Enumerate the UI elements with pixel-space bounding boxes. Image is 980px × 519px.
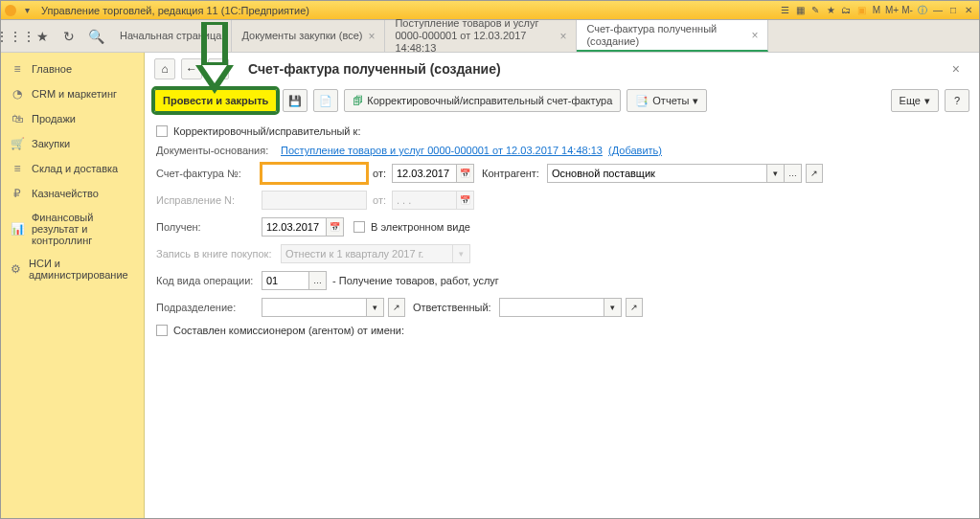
ot-label-2: от: (373, 194, 386, 206)
star-icon[interactable]: ★ (34, 28, 51, 45)
open-icon[interactable]: ↗ (388, 298, 405, 317)
select-icon[interactable]: … (309, 271, 327, 290)
calendar-icon-dim: 📅 (457, 191, 474, 210)
reports-button[interactable]: 📑Отчеты▾ (627, 89, 707, 112)
tabsbar: ⋮⋮⋮ ★ ↻ 🔍 Начальная страница Документы з… (1, 20, 979, 53)
select-icon[interactable]: … (785, 164, 802, 183)
menu-icon: ≡ (11, 62, 24, 76)
save-button[interactable]: 💾 (283, 89, 308, 112)
apps-icon[interactable]: ⋮⋮⋮ (7, 28, 24, 45)
tb-tool-info[interactable]: ⓘ (916, 4, 929, 17)
app-icon (5, 5, 16, 16)
home-button[interactable]: ⌂ (154, 58, 175, 79)
content-header: ⌂ ← → Счет-фактура полученный (создание)… (145, 53, 979, 85)
tab-home[interactable]: Начальная страница (110, 20, 232, 52)
kontragent-input[interactable] (547, 164, 767, 183)
sidebar-label: Продажи (32, 113, 76, 124)
tb-tool-m+[interactable]: M+ (885, 4, 899, 17)
sidebar-label: CRM и маркетинг (32, 88, 117, 100)
forward-button[interactable]: → (208, 58, 229, 79)
help-button[interactable]: ? (945, 89, 969, 112)
correction-button[interactable]: 🗐Корректировочный/исправительный счет-фа… (344, 89, 621, 112)
form: Корректировочный/исправительный к: Докум… (145, 120, 979, 518)
post-and-close-button[interactable]: Провести и закрыть (154, 89, 277, 112)
cart-icon: 🛒 (11, 137, 24, 150)
tb-tool-m-[interactable]: M- (900, 4, 914, 17)
dropdown-icon[interactable]: ▾ (604, 298, 622, 317)
sidebar-item-main[interactable]: ≡Главное (1, 56, 144, 81)
sidebar-item-sales[interactable]: 🛍Продажи (1, 106, 144, 131)
tb-tool-6[interactable]: ▣ (855, 4, 868, 17)
ispr-label: Исправление N: (156, 194, 262, 206)
maximize-button[interactable]: □ (946, 4, 960, 17)
basis-link[interactable]: Поступление товаров и услуг 0000-000001 … (281, 145, 603, 156)
tb-tool-2[interactable]: ▦ (793, 4, 807, 17)
received-date-input[interactable] (262, 217, 327, 237)
dropdown-icon-dim: ▾ (453, 244, 470, 263)
tab-receipt[interactable]: Поступление товаров и услуг 0000-000001 … (385, 20, 577, 52)
chevron-down-icon: ▾ (693, 95, 698, 107)
dropdown-icon[interactable]: ▾ (20, 4, 34, 17)
tab-purchase-docs[interactable]: Документы закупки (все) × (232, 20, 385, 52)
tab-close-icon[interactable]: × (751, 29, 758, 42)
division-input[interactable] (262, 298, 367, 317)
komission-checkbox[interactable] (156, 325, 168, 336)
op-code-input[interactable] (262, 271, 309, 290)
tb-tool-3[interactable]: ✎ (809, 4, 822, 17)
basis-label: Документы-основания: (156, 145, 281, 156)
bag-icon: 🛍 (11, 112, 24, 125)
book-input (281, 244, 453, 263)
sidebar-item-treasury[interactable]: ₽Казначейство (1, 181, 144, 206)
search-icon[interactable]: 🔍 (87, 28, 104, 45)
op-code-label: Код вида операции: (156, 275, 262, 286)
dropdown-icon[interactable]: ▾ (767, 164, 785, 183)
gear-icon: ⚙ (11, 262, 21, 276)
chart-icon: ◔ (11, 87, 24, 101)
page-title: Счет-фактура полученный (создание) (248, 61, 501, 77)
responsible-input[interactable] (499, 298, 604, 317)
open-icon[interactable]: ↗ (806, 164, 823, 183)
tab-close-icon[interactable]: × (559, 30, 566, 43)
ispr-date-input (392, 191, 457, 210)
sidebar-label: Закупки (32, 138, 70, 149)
chevron-down-icon: ▾ (924, 95, 930, 107)
barchart-icon: 📊 (11, 222, 24, 236)
sf-num-label: Счет-фактура №: (156, 168, 262, 179)
post-button[interactable]: 📄 (313, 89, 338, 112)
sf-date-input[interactable] (392, 164, 457, 183)
responsible-label: Ответственный: (413, 302, 491, 313)
sidebar-item-purchases[interactable]: 🛒Закупки (1, 131, 144, 156)
tab-invoice[interactable]: Счет-фактура полученный (создание) × (577, 20, 768, 52)
sf-num-input[interactable] (262, 164, 367, 183)
calendar-icon[interactable]: 📅 (457, 164, 474, 183)
sidebar-item-nsi[interactable]: ⚙НСИ и администрирование (1, 252, 144, 286)
electronic-label: В электронном виде (371, 221, 470, 233)
tb-tool-1[interactable]: ☰ (778, 4, 791, 17)
toolbar: Провести и закрыть 💾 📄 🗐Корректировочный… (145, 85, 979, 120)
sidebar-item-crm[interactable]: ◔CRM и маркетинг (1, 81, 144, 106)
ispr-num-input (262, 191, 367, 210)
list-icon: ≡ (11, 162, 24, 175)
sidebar-item-warehouse[interactable]: ≡Склад и доставка (1, 156, 144, 181)
close-page-button[interactable]: × (943, 61, 969, 77)
tb-tool-5[interactable]: 🗂 (839, 4, 853, 17)
basis-add-link[interactable]: (Добавить) (608, 145, 662, 156)
back-button[interactable]: ← (181, 58, 202, 79)
close-button[interactable]: ✕ (962, 4, 975, 17)
tb-tool-m[interactable]: M (870, 4, 883, 17)
electronic-checkbox[interactable] (353, 221, 365, 233)
correction-checkbox-label: Корректировочный/исправительный к: (173, 125, 360, 137)
more-button[interactable]: Еще▾ (891, 89, 939, 112)
kontragent-label: Контрагент: (482, 168, 539, 179)
tb-tool-4[interactable]: ★ (824, 4, 837, 17)
calendar-icon[interactable]: 📅 (327, 217, 344, 237)
dropdown-icon[interactable]: ▾ (367, 298, 384, 317)
correction-checkbox[interactable] (156, 125, 168, 137)
sidebar-item-finance[interactable]: 📊Финансовый результат и контроллинг (1, 206, 144, 252)
history-icon[interactable]: ↻ (60, 28, 78, 45)
sidebar-label: Главное (32, 63, 72, 75)
open-icon[interactable]: ↗ (626, 298, 643, 317)
minimize-button[interactable]: — (931, 4, 945, 17)
komission-label: Составлен комиссионером (агентом) от име… (173, 325, 404, 336)
tab-close-icon[interactable]: × (368, 30, 375, 43)
